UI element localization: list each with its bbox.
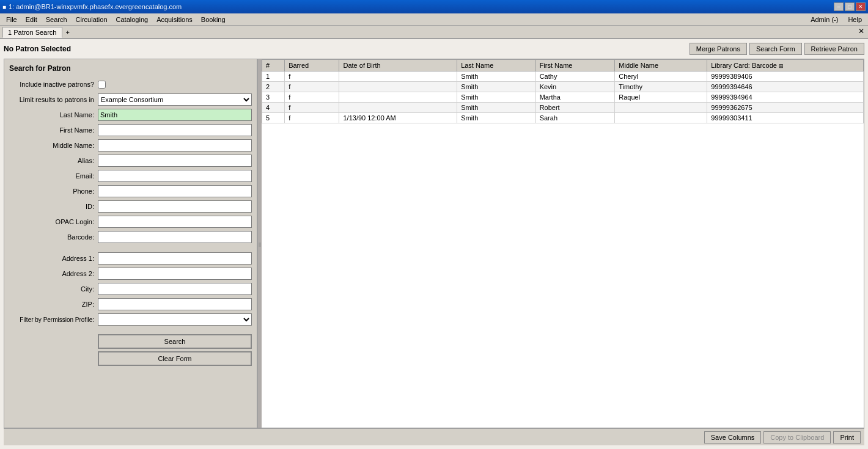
col-header-num[interactable]: # xyxy=(262,60,285,71)
zip-row: ZIP: xyxy=(9,298,252,311)
email-label: Email: xyxy=(9,172,98,180)
menu-bar: File Edit Search Circulation Cataloging … xyxy=(0,13,868,26)
table-row[interactable]: 5f1/13/90 12:00 AMSmithSarah99999303411 xyxy=(262,113,864,123)
menu-admin[interactable]: Admin (-) xyxy=(807,15,842,24)
menu-acquisitions[interactable]: Acquisitions xyxy=(153,15,196,24)
menu-help[interactable]: Help xyxy=(844,15,866,24)
menu-file[interactable]: File xyxy=(2,15,21,24)
first-name-input[interactable] xyxy=(98,124,252,136)
header-row: No Patron Selected Merge Patrons Search … xyxy=(4,43,864,55)
city-row: City: xyxy=(9,282,252,296)
tab-add-button[interactable]: + xyxy=(62,27,73,38)
first-name-row: First Name: xyxy=(9,123,252,137)
bottom-bar: Save Columns Copy to Clipboard Print xyxy=(4,428,864,445)
col-header-middle[interactable]: Middle Name xyxy=(615,60,707,71)
address1-input[interactable] xyxy=(98,252,252,265)
resize-handle[interactable] xyxy=(258,59,262,428)
no-patron-label: No Patron Selected xyxy=(4,45,71,53)
zip-input[interactable] xyxy=(98,298,252,310)
results-table: # Barred Date of Birth Last Name First N… xyxy=(262,59,864,123)
table-row[interactable]: 3fSmithMarthaRaquel99999394964 xyxy=(262,92,864,103)
save-columns-button[interactable]: Save Columns xyxy=(704,431,762,444)
menu-circulation[interactable]: Circulation xyxy=(72,15,111,24)
menu-booking[interactable]: Booking xyxy=(197,15,229,24)
title-bar-left: ■ 1: admin@BR1-winxpvmfx.phasefx.evergre… xyxy=(2,3,182,10)
permission-profile-select[interactable] xyxy=(98,313,252,326)
title-bar-controls[interactable]: − □ ✕ xyxy=(834,2,866,11)
menu-search[interactable]: Search xyxy=(42,15,71,24)
opac-login-label: OPAC Login: xyxy=(9,218,98,225)
zip-label: ZIP: xyxy=(9,301,98,308)
permission-profile-label: Filter by Permission Profile: xyxy=(9,316,98,323)
search-button[interactable]: Search xyxy=(98,334,252,349)
title-bar-text: 1: admin@BR1-winxpvmfx.phasefx.evergreen… xyxy=(9,3,182,10)
phone-label: Phone: xyxy=(9,188,98,195)
limit-results-select[interactable]: Example Consortium xyxy=(98,93,252,106)
middle-name-label: Middle Name: xyxy=(9,142,98,149)
row-num: 3 xyxy=(262,92,285,103)
maximize-button[interactable]: □ xyxy=(845,2,855,11)
menu-edit[interactable]: Edit xyxy=(22,15,41,24)
last-name-label: Last Name: xyxy=(9,111,98,119)
address2-input[interactable] xyxy=(98,268,252,280)
tab-patron-search-label: 1 Patron Search xyxy=(8,29,57,36)
table-row[interactable]: 2fSmithKevinTimothy99999394646 xyxy=(262,82,864,92)
results-table-container: # Barred Date of Birth Last Name First N… xyxy=(262,59,864,428)
email-input[interactable] xyxy=(98,170,252,182)
tab-patron-search[interactable]: 1 Patron Search xyxy=(2,27,62,38)
main-content: No Patron Selected Merge Patrons Search … xyxy=(0,39,868,449)
tab-bar-close[interactable]: ✕ xyxy=(858,27,864,35)
row-num: 1 xyxy=(262,71,285,82)
barcode-input[interactable] xyxy=(98,231,252,243)
address1-row: Address 1: xyxy=(9,252,252,265)
clear-form-button[interactable]: Clear Form xyxy=(98,351,252,366)
search-form-button[interactable]: Search Form xyxy=(749,43,802,55)
copy-clipboard-button[interactable]: Copy to Clipboard xyxy=(763,431,831,444)
alias-input[interactable] xyxy=(98,155,252,167)
minimize-button[interactable]: − xyxy=(834,2,844,11)
id-label: ID: xyxy=(9,203,98,210)
col-header-barcode[interactable]: Library Card: Barcode ⊞ xyxy=(707,60,864,71)
col-header-first[interactable]: First Name xyxy=(535,60,615,71)
alias-label: Alias: xyxy=(9,157,98,164)
include-inactive-checkbox[interactable] xyxy=(98,81,106,89)
phone-input[interactable] xyxy=(98,185,252,197)
last-name-input[interactable] xyxy=(98,109,252,121)
row-num: 5 xyxy=(262,113,285,123)
row-num: 2 xyxy=(262,82,285,92)
form-buttons: Search Clear Form xyxy=(9,334,252,366)
title-bar: ■ 1: admin@BR1-winxpvmfx.phasefx.evergre… xyxy=(0,0,868,13)
include-inactive-row: Include inactive patrons? xyxy=(9,78,252,91)
email-row: Email: xyxy=(9,169,252,183)
merge-patrons-button[interactable]: Merge Patrons xyxy=(690,43,747,55)
id-input[interactable] xyxy=(98,200,252,213)
results-tbody: 1fSmithCathyCheryl999993894062fSmithKevi… xyxy=(262,71,864,123)
first-name-label: First Name: xyxy=(9,126,98,134)
menu-cataloging[interactable]: Cataloging xyxy=(112,15,152,24)
city-input[interactable] xyxy=(98,283,252,295)
body-panel: Search for Patron Include inactive patro… xyxy=(4,59,864,428)
col-header-barcode-icon: ⊞ xyxy=(779,63,784,69)
tab-bar: 1 Patron Search + ✕ xyxy=(0,26,868,39)
opac-login-input[interactable] xyxy=(98,216,252,228)
id-row: ID: xyxy=(9,200,252,213)
opac-login-row: OPAC Login: xyxy=(9,215,252,228)
search-panel-title: Search for Patron xyxy=(9,64,252,73)
menu-right: Admin (-) Help xyxy=(807,15,866,24)
print-button[interactable]: Print xyxy=(833,431,861,444)
retrieve-patron-button[interactable]: Retrieve Patron xyxy=(804,43,864,55)
address2-row: Address 2: xyxy=(9,267,252,280)
col-header-last[interactable]: Last Name xyxy=(457,60,536,71)
table-row[interactable]: 1fSmithCathyCheryl99999389406 xyxy=(262,71,864,82)
col-header-dob[interactable]: Date of Birth xyxy=(339,60,457,71)
middle-name-input[interactable] xyxy=(98,139,252,151)
table-row[interactable]: 4fSmithRobert99999362675 xyxy=(262,103,864,113)
close-window-button[interactable]: ✕ xyxy=(856,2,866,11)
header-buttons: Merge Patrons Search Form Retrieve Patro… xyxy=(690,43,864,55)
middle-name-row: Middle Name: xyxy=(9,139,252,152)
barcode-row: Barcode: xyxy=(9,230,252,244)
results-panel: # Barred Date of Birth Last Name First N… xyxy=(262,59,864,428)
search-panel: Search for Patron Include inactive patro… xyxy=(4,59,258,428)
col-header-barred[interactable]: Barred xyxy=(285,60,339,71)
permission-profile-row: Filter by Permission Profile: xyxy=(9,313,252,326)
